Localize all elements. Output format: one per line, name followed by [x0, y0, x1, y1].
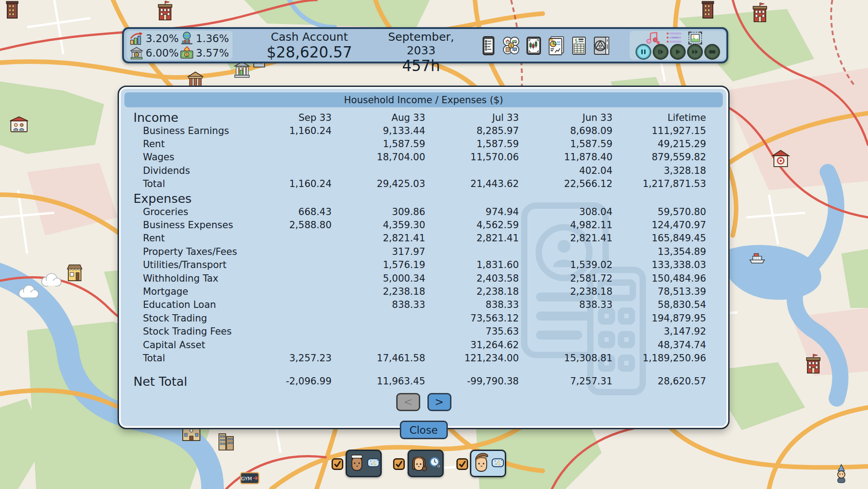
poi-ship-icon[interactable]: [746, 248, 768, 266]
svg-text:$: $: [185, 53, 188, 57]
table-row: Education Loan838.33838.33838.3358,830.5…: [133, 298, 706, 312]
playlist-icon[interactable]: [665, 31, 683, 45]
row-value: 121,234.00: [425, 353, 519, 364]
row-label: Capital Asset: [133, 340, 238, 350]
row-label: Total: [133, 353, 238, 364]
screenshot-icon[interactable]: [687, 31, 704, 45]
poi-gym-icon[interactable]: GYM: [240, 472, 260, 485]
row-label: Withholding Tax: [133, 273, 238, 284]
market-stats-panel: 3.20%1.36%$6.00%$3.57%: [127, 31, 232, 60]
table-row: Capital Asset31,264.6248,374.74: [133, 338, 706, 351]
media-panel: [630, 31, 726, 60]
table-row: Business Earnings1,160.249,133.448,285.9…: [133, 124, 706, 137]
poi-building-icon[interactable]: [700, 0, 716, 19]
stat-value: 3.20%: [146, 33, 179, 44]
row-value: 317.97: [332, 246, 425, 257]
poi-hotel-icon[interactable]: [751, 2, 769, 24]
column-header: [425, 204, 519, 205]
playback-controls: [630, 44, 726, 60]
row-label: Groceries: [133, 206, 238, 217]
column-header: [332, 204, 425, 205]
net-total-value: 28,620.57: [612, 376, 706, 387]
next-page-button[interactable]: >: [427, 393, 451, 411]
table-row: Property Taxes/Fees317.9713,354.89: [133, 245, 706, 258]
assets-icon[interactable]: $: [501, 35, 521, 57]
pillow-icon: [491, 457, 504, 470]
poi-shop-icon[interactable]: [771, 149, 790, 168]
table-row: Net Total-2,096.9911,963.45-99,790.387,2…: [133, 374, 706, 389]
column-header: Jul 33: [425, 113, 519, 124]
globe-growth-icon: [180, 31, 194, 46]
row-label: Mortgage: [133, 286, 238, 297]
character-checkbox[interactable]: [332, 458, 343, 470]
poi-hotel-icon[interactable]: [804, 353, 822, 375]
stat-value: 6.00%: [146, 47, 179, 59]
row-value: 13,354.89: [612, 246, 706, 257]
row-value: 1,587.59: [519, 139, 612, 149]
row-value: 3,257.23: [238, 353, 332, 364]
row-value: 2,238.18: [519, 286, 612, 297]
infinite-play-button[interactable]: [704, 44, 720, 60]
row-value: 879,559.82: [612, 152, 706, 163]
row-label: Total: [133, 178, 238, 189]
row-value: 124,470.97: [612, 220, 706, 230]
income-expenses-table: IncomeSep 33Aug 33Jul 33Jun 33LifetimeBu…: [133, 110, 706, 389]
row-value: 49,215.29: [612, 139, 706, 149]
music-icon[interactable]: [644, 31, 661, 45]
stock-market-icon[interactable]: [524, 35, 544, 57]
poi-store-icon[interactable]: [66, 263, 84, 283]
todo-phone-icon[interactable]: [479, 35, 498, 57]
row-value: 4,982.11: [519, 220, 612, 230]
clock-icon: [429, 457, 442, 470]
row-label: Rent: [133, 139, 238, 149]
report-icon[interactable]: [546, 35, 566, 57]
net-total-value: -99,790.38: [425, 376, 519, 387]
poi-cloud-icon[interactable]: [16, 284, 41, 300]
bank-icon: $: [129, 46, 144, 60]
almanac-icon[interactable]: [592, 35, 612, 57]
svg-text:$: $: [574, 38, 578, 44]
row-value: 15,308.81: [519, 353, 612, 364]
row-value: 8,285.97: [425, 125, 519, 136]
row-value: 974.94: [425, 206, 519, 217]
row-label: Property Taxes/Fees: [133, 246, 238, 257]
poi-party-icon[interactable]: [833, 464, 849, 484]
bills-icon[interactable]: $: [569, 35, 589, 57]
poi-hotel-icon[interactable]: [156, 0, 174, 22]
row-value: 308.04: [519, 206, 612, 217]
stat-value: 3.57%: [196, 47, 229, 59]
row-value: 1,160.24: [238, 178, 332, 189]
row-value: 1,189,250.96: [612, 353, 706, 364]
row-value: 838.33: [332, 299, 425, 310]
poi-building-icon[interactable]: [5, 0, 20, 19]
table-row: Rent1,587.591,587.591,587.5949,215.29: [133, 137, 706, 150]
net-total-label: Net Total: [133, 374, 238, 388]
prev-page-button[interactable]: <: [396, 393, 420, 411]
character-card[interactable]: [470, 450, 506, 477]
pause-button[interactable]: [636, 44, 651, 60]
character-card[interactable]: [408, 450, 444, 477]
row-label: Dividends: [133, 165, 238, 176]
column-header: [238, 204, 332, 205]
poi-cloud-icon[interactable]: [39, 273, 63, 288]
row-value: 4,359.30: [332, 220, 425, 230]
close-button[interactable]: Close: [400, 421, 448, 439]
row-value: 3,328.18: [612, 165, 706, 176]
row-value: 73,563.12: [425, 313, 519, 324]
fast-forward-button[interactable]: [687, 44, 703, 60]
row-label: Stock Trading Fees: [133, 326, 238, 337]
poi-apartments-icon[interactable]: [217, 430, 235, 451]
table-row: Withholding Tax5,000.342,403.582,581.721…: [133, 272, 706, 285]
character-checkbox[interactable]: [393, 458, 405, 470]
row-value: 3,147.92: [612, 326, 706, 337]
woman-portrait: [410, 452, 428, 475]
stat-item: $3.57%: [180, 46, 230, 60]
poi-community-icon[interactable]: [9, 115, 29, 134]
row-value: 1,160.24: [238, 125, 332, 136]
play-pause-button[interactable]: [653, 44, 669, 60]
row-label: Wages: [133, 152, 238, 163]
character-card[interactable]: [346, 450, 382, 477]
character-checkbox[interactable]: [456, 458, 468, 470]
play-button[interactable]: [670, 44, 686, 60]
row-value: 2,821.41: [519, 233, 612, 244]
